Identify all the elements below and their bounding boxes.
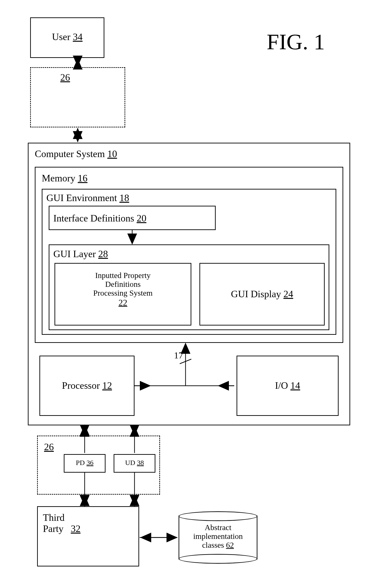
ud-label: UD 38 [114,459,155,467]
figure-label: FIG. 1 [267,29,325,55]
computer-system-label: Computer System 10 [35,148,117,159]
network-right-box [30,67,125,128]
abstract-classes-label: Abstract implementation classes 62 [179,523,257,550]
third-party-label: Third Party 32 [43,512,81,534]
network-left-ref: 26 [44,441,54,453]
gui-environment-label: GUI Environment 18 [46,192,129,203]
bus-ref-label: 17 [174,350,183,361]
gui-display-label: GUI Display 24 [199,288,325,300]
gui-layer-label: GUI Layer 28 [53,248,108,260]
network-right-ref: 26 [60,72,70,83]
memory-label: Memory 16 [42,173,88,184]
io-label: I/O 14 [237,380,339,391]
pd-label: PD 36 [64,459,105,467]
user-label: User 34 [30,31,104,42]
ipdps-label: Inputted Property Definitions Processing… [55,271,191,308]
processor-label: Processor 12 [39,380,134,391]
diagram-page: Computer System 10 Memory 16 GUI Environ… [0,0,391,588]
interface-definitions-label: Interface Definitions 20 [53,213,146,224]
